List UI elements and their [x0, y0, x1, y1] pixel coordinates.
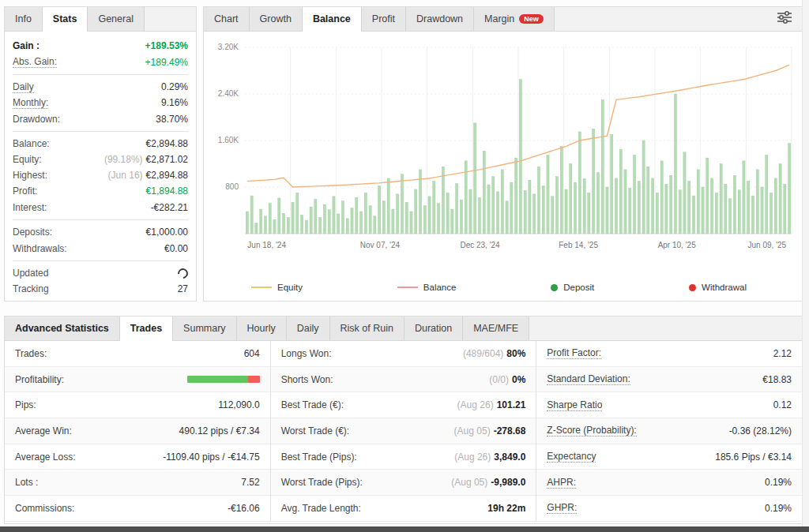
balance-bar[interactable] [642, 140, 645, 234]
balance-bar[interactable] [729, 199, 732, 234]
tab-stats[interactable]: Stats [43, 7, 88, 31]
balance-bar[interactable] [656, 193, 658, 234]
balance-bar[interactable] [305, 220, 307, 234]
balance-bar[interactable] [788, 144, 791, 234]
balance-bar[interactable] [397, 194, 399, 234]
stats-tab-daily[interactable]: Daily [287, 317, 330, 340]
balance-bar[interactable] [451, 209, 453, 234]
balance-bar[interactable] [446, 193, 449, 234]
balance-bar[interactable] [405, 202, 408, 234]
balance-bar[interactable] [529, 180, 531, 234]
balance-bar[interactable] [766, 155, 768, 234]
balance-bar[interactable] [515, 158, 517, 234]
balance-bar[interactable] [519, 80, 521, 234]
balance-bar[interactable] [423, 206, 426, 234]
stats-tab-risk-of-ruin[interactable]: Risk of Ruin [330, 317, 404, 340]
balance-bar[interactable] [483, 151, 485, 234]
balance-bar[interactable] [314, 199, 317, 234]
balance-bar[interactable] [401, 174, 403, 234]
balance-bar[interactable] [478, 197, 480, 234]
filter-settings-icon[interactable] [777, 11, 792, 27]
chart-tab-profit[interactable]: Profit [362, 7, 406, 31]
balance-bar[interactable] [496, 192, 499, 234]
balance-bar[interactable] [369, 206, 371, 234]
balance-bar[interactable] [720, 164, 722, 234]
balance-bar[interactable] [506, 201, 508, 234]
balance-bar[interactable] [697, 170, 699, 234]
balance-bar[interactable] [542, 186, 544, 234]
balance-bar[interactable] [333, 197, 335, 234]
tab-info[interactable]: Info [5, 7, 43, 31]
balance-bar[interactable] [442, 167, 444, 234]
balance-bar[interactable] [364, 193, 367, 234]
balance-bar[interactable] [510, 182, 513, 234]
balance-bar[interactable] [351, 208, 353, 234]
balance-bar[interactable] [255, 223, 258, 234]
balance-bar[interactable] [246, 212, 248, 234]
tab-general[interactable]: General [88, 7, 144, 31]
balance-bar[interactable] [269, 204, 271, 234]
balance-bar[interactable] [574, 182, 576, 234]
balance-bar[interactable] [337, 214, 340, 234]
balance-bar[interactable] [692, 196, 694, 234]
balance-bar[interactable] [264, 216, 266, 234]
balance-bar[interactable] [570, 164, 572, 234]
balance-bar[interactable] [278, 198, 280, 234]
balance-bar[interactable] [670, 175, 672, 234]
chart-tab-chart[interactable]: Chart [204, 7, 250, 31]
balance-bar[interactable] [382, 201, 385, 234]
balance-bar[interactable] [537, 167, 540, 234]
balance-bar[interactable] [724, 184, 727, 234]
balance-bar[interactable] [492, 177, 495, 234]
balance-bar[interactable] [588, 193, 590, 234]
balance-bar[interactable] [460, 200, 462, 234]
balance-bar[interactable] [601, 99, 604, 234]
balance-bar[interactable] [328, 210, 330, 234]
balance-bar[interactable] [593, 129, 595, 234]
balance-bar[interactable] [702, 187, 704, 234]
balance-bar[interactable] [715, 193, 717, 234]
stats-tab-mae-mfe[interactable]: MAE/MFE [463, 317, 529, 340]
balance-bar[interactable] [565, 189, 567, 234]
balance-bar[interactable] [487, 185, 490, 234]
balance-bar[interactable] [756, 170, 758, 234]
balance-bar[interactable] [359, 212, 362, 234]
balance-bar[interactable] [433, 182, 435, 234]
stats-tab-trades[interactable]: Trades [120, 317, 173, 340]
chart-tab-margin[interactable]: MarginNew [474, 7, 555, 31]
balance-bar[interactable] [282, 213, 284, 234]
balance-bar[interactable] [769, 193, 772, 234]
balance-bar[interactable] [273, 219, 276, 234]
balance-bar[interactable] [410, 212, 412, 234]
balance-bar[interactable] [652, 178, 654, 234]
balance-bar[interactable] [615, 178, 617, 234]
balance-bar[interactable] [296, 193, 299, 234]
page-scrollbar[interactable] [802, 0, 809, 532]
balance-bar[interactable] [374, 216, 376, 234]
stats-tab-summary[interactable]: Summary [173, 317, 236, 340]
balance-bar[interactable] [547, 155, 549, 234]
balance-bar[interactable] [683, 152, 686, 234]
balance-bar[interactable] [751, 196, 754, 234]
balance-bar[interactable] [784, 184, 786, 234]
balance-bar[interactable] [710, 178, 713, 234]
balance-bar[interactable] [551, 197, 554, 234]
balance-bar[interactable] [688, 182, 690, 234]
chart-tab-growth[interactable]: Growth [250, 7, 303, 31]
chart-tab-balance[interactable]: Balance [303, 7, 362, 31]
balance-bar[interactable] [378, 186, 381, 234]
stats-tab-advanced-statistics[interactable]: Advanced Statistics [5, 317, 120, 340]
balance-bar[interactable] [456, 184, 458, 234]
balance-chart[interactable]: 3.20K2.40K1.60K800Jun 18, '24Nov 07, '24… [207, 36, 798, 270]
balance-bar[interactable] [629, 188, 631, 234]
balance-bar[interactable] [761, 187, 763, 234]
balance-bar[interactable] [292, 202, 294, 234]
stats-tab-duration[interactable]: Duration [404, 317, 463, 340]
balance-bar[interactable] [346, 219, 348, 234]
balance-bar[interactable] [250, 196, 253, 234]
balance-bar[interactable] [560, 146, 563, 234]
balance-bar[interactable] [469, 189, 472, 234]
legend-equity[interactable]: Equity [251, 283, 303, 292]
balance-bar[interactable] [679, 190, 681, 234]
balance-bar[interactable] [555, 177, 558, 234]
